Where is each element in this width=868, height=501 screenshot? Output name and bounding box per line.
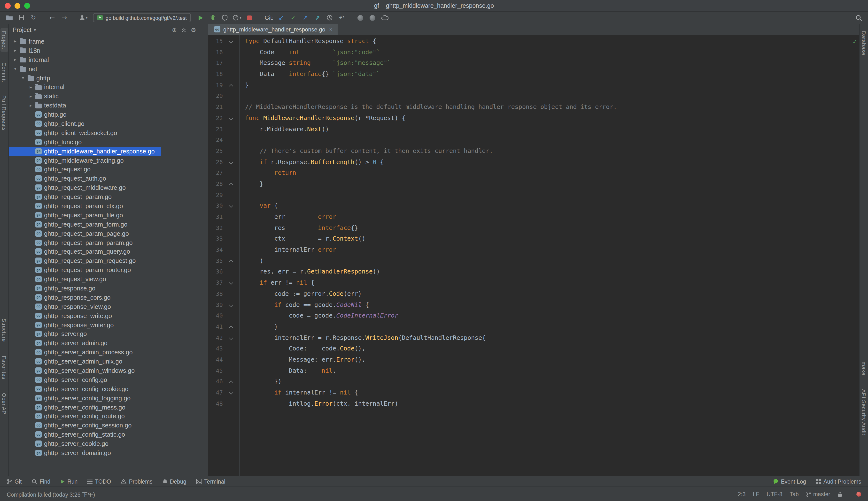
code-line[interactable]: 37 if err != nil { — [208, 277, 852, 288]
tree-item-file[interactable]: goghttp_request_view.go — [9, 275, 208, 284]
code-line[interactable]: 19} — [208, 80, 852, 91]
tree-item-file[interactable]: goghttp_request_param_ctx.go — [9, 201, 208, 211]
tree-item-file[interactable]: goghttp_request_param_query.go — [9, 247, 208, 256]
fold-marker-icon[interactable] — [223, 321, 239, 332]
tree-item-file[interactable]: goghttp_request_param_request.go — [9, 256, 208, 266]
code-line[interactable]: 15type DefaultHandlerResponse struct { — [208, 36, 852, 47]
code-line[interactable]: 34 internalErr error — [208, 244, 852, 255]
code-line[interactable]: 21// MiddlewareHandlerResponse is the de… — [208, 102, 852, 113]
tree-chevron-icon[interactable]: ▸ — [27, 103, 34, 108]
code-line[interactable]: 41 } — [208, 321, 852, 332]
history-icon[interactable] — [325, 13, 334, 22]
collapse-all-icon[interactable] — [181, 27, 187, 33]
tree-item-file[interactable]: goghttp_server_cookie.go — [9, 439, 208, 448]
profiler-button[interactable]: ▾ — [233, 13, 241, 22]
run-with-coverage-button[interactable] — [221, 13, 229, 22]
editor-marker-bar[interactable]: ✓ — [852, 35, 859, 476]
code-line[interactable]: 17 Message string `json:"message"` — [208, 58, 852, 69]
hide-panel-icon[interactable]: ─ — [200, 26, 204, 33]
fold-marker-icon[interactable] — [223, 332, 239, 343]
tree-item-file[interactable]: goghttp_request_middleware.go — [9, 183, 208, 192]
tool-window-button-run[interactable]: Run — [60, 479, 77, 484]
fold-marker-icon[interactable] — [223, 299, 239, 310]
stripe-button-make[interactable]: make — [860, 359, 868, 379]
tree-item-file[interactable]: goghttp_server_admin_process.go — [9, 348, 208, 357]
update-project-icon[interactable]: ↙ — [277, 13, 285, 22]
tool-window-button-debug[interactable]: Debug — [162, 479, 187, 484]
commit-icon[interactable]: ✓ — [289, 13, 297, 22]
undo-icon[interactable]: ↶ — [337, 13, 346, 22]
fold-marker-icon[interactable] — [223, 157, 239, 168]
tree-item-file[interactable]: goghttp_client_websocket.go — [9, 128, 208, 138]
editor[interactable]: 15type DefaultHandlerResponse struct {16… — [208, 35, 859, 476]
file-encoding[interactable]: UTF-8 — [766, 491, 782, 497]
stripe-button-project[interactable]: Project — [0, 28, 8, 52]
locate-file-icon[interactable]: ⊕ — [172, 26, 177, 33]
tree-item-file[interactable]: goghttp_server_config_logging.go — [9, 393, 208, 403]
cherry-pick-icon[interactable]: ⇗ — [313, 13, 322, 22]
tree-item-file[interactable]: goghttp_server_config.go — [9, 375, 208, 384]
git-branch-widget[interactable]: master — [806, 491, 830, 497]
code-line[interactable]: 31 err error — [208, 212, 852, 222]
tree-item-file[interactable]: goghttp_client.go — [9, 119, 208, 128]
indent-style[interactable]: Tab — [790, 491, 799, 497]
tree-item-file[interactable]: goghttp_request_param_form.go — [9, 220, 208, 229]
tool-window-button-find[interactable]: Find — [31, 479, 50, 484]
fold-marker-icon[interactable] — [223, 179, 239, 190]
stripe-button-openapi[interactable]: OpenAPI — [0, 390, 8, 419]
tree-chevron-icon[interactable]: ▾ — [12, 66, 19, 71]
code-line[interactable]: 27 return — [208, 168, 852, 179]
fold-marker-icon[interactable] — [223, 113, 239, 124]
sphere-icon[interactable] — [368, 13, 377, 22]
tree-item-file[interactable]: goghttp_request_param_file.go — [9, 211, 208, 220]
tree-item-file[interactable]: goghttp_server_config_static.go — [9, 430, 208, 439]
stripe-button-favorites[interactable]: Favorites — [0, 353, 8, 382]
editor-tab[interactable]: go ghttp_middleware_handler_response.go … — [208, 24, 337, 35]
fold-marker-icon[interactable] — [223, 80, 239, 91]
stripe-button-pull-requests[interactable]: Pull Requests — [0, 93, 8, 134]
tree-item-folder[interactable]: ▸frame — [9, 37, 208, 46]
forward-icon[interactable]: → — [60, 13, 69, 22]
settings-gear-icon[interactable]: ⚙ — [191, 26, 196, 33]
notifications-error-icon[interactable] — [856, 492, 861, 497]
zoom-window-button[interactable] — [24, 3, 30, 9]
fold-marker-icon[interactable] — [223, 376, 239, 387]
tree-item-file[interactable]: goghttp_response_view.go — [9, 302, 208, 311]
debug-button[interactable] — [209, 13, 217, 22]
tree-item-folder[interactable]: ▸i18n — [9, 46, 208, 55]
tree-item-file[interactable]: goghttp_request_param_param.go — [9, 238, 208, 247]
tool-window-button-audit-problems[interactable]: Audit Problems — [816, 479, 861, 484]
fold-marker-icon[interactable] — [223, 387, 239, 398]
code-line[interactable]: 23 r.Middleware.Next() — [208, 124, 852, 135]
tree-item-folder[interactable]: ▸testdata — [9, 101, 208, 110]
tree-item-file[interactable]: goghttp_response.go — [9, 284, 208, 293]
sync-icon[interactable]: ↻ — [29, 13, 38, 22]
close-tab-icon[interactable]: × — [329, 26, 333, 33]
tree-item-file[interactable]: goghttp_server_domain.go — [9, 448, 208, 457]
tree-item-folder[interactable]: ▸static — [9, 92, 208, 101]
code-line[interactable]: 46 }) — [208, 376, 852, 387]
back-icon[interactable]: ← — [48, 13, 57, 22]
code-line[interactable]: 22func MiddlewareHandlerResponse(r *Requ… — [208, 113, 852, 124]
caret-position[interactable]: 2:3 — [738, 491, 746, 497]
stripe-button-structure[interactable]: Structure — [0, 316, 8, 345]
tree-item-file[interactable]: goghttp_server_config_cookie.go — [9, 384, 208, 394]
tool-window-button-terminal[interactable]: Terminal — [196, 479, 225, 484]
run-configuration-select[interactable]: go build github.com/gogf/gf/v2/.test — [93, 13, 191, 22]
tree-item-file[interactable]: goghttp_response_writer.go — [9, 320, 208, 329]
tree-item-file[interactable]: goghttp_request_auth.go — [9, 174, 208, 183]
code-line[interactable]: 28 } — [208, 179, 852, 190]
code-line[interactable]: 20 — [208, 91, 852, 102]
tree-chevron-icon[interactable]: ▸ — [27, 85, 34, 89]
tree-item-folder[interactable]: ▾ghttp — [9, 73, 208, 83]
save-icon[interactable] — [17, 13, 26, 22]
stripe-button-api-security-audit[interactable]: API Security Audit — [860, 386, 868, 438]
tree-item-file[interactable]: goghttp_server_config_mess.go — [9, 403, 208, 412]
tool-window-button-git[interactable]: Git — [7, 479, 22, 484]
fold-marker-icon[interactable] — [223, 256, 239, 266]
tree-item-file[interactable]: goghttp_request_param.go — [9, 192, 208, 201]
code-line[interactable]: 36 res, err = r.GetHandlerResponse() — [208, 266, 852, 277]
stripe-button-database[interactable]: Database — [860, 28, 868, 58]
tree-item-file[interactable]: goghttp_server_admin_unix.go — [9, 357, 208, 366]
chevron-down-icon[interactable]: ▾ — [34, 28, 36, 32]
